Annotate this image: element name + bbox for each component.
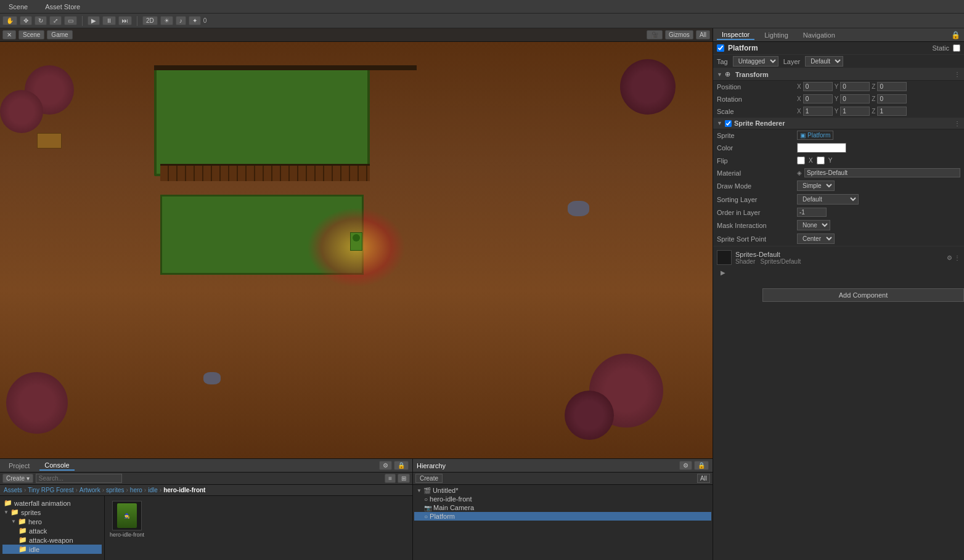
breadcrumb-idle[interactable]: idle (148, 487, 158, 493)
h-platform[interactable]: ○ Platform (414, 512, 711, 521)
tab-asset-store[interactable]: Asset Store (40, 2, 85, 12)
all-scene-btn[interactable]: All (696, 30, 710, 39)
breadcrumb-sprites[interactable]: sprites (106, 487, 124, 493)
tag-dropdown[interactable]: Untagged (733, 56, 778, 67)
transform-menu[interactable]: ⋮ (954, 71, 960, 78)
hierarchy-settings-btn[interactable]: ⚙ (679, 461, 692, 470)
tree-attack[interactable]: 📁 attack (2, 526, 102, 535)
flip-y-checkbox[interactable] (817, 156, 825, 164)
material-label: Material (717, 169, 797, 177)
object-name: Platform (728, 44, 928, 52)
h-main-camera[interactable]: 📷 Main Camera (414, 503, 711, 512)
flip-values: X Y (797, 156, 960, 164)
asset-item-1[interactable]: 🧙 hero-idle-front (110, 501, 144, 538)
flip-x-checkbox[interactable] (797, 156, 805, 164)
tab-navigation[interactable]: Navigation (798, 31, 840, 39)
sprite-sort-dropdown[interactable]: Center (797, 233, 835, 244)
project-search[interactable] (36, 474, 122, 483)
breadcrumb-hero[interactable]: hero (130, 487, 142, 493)
step-btn[interactable]: ⏭ (118, 16, 132, 25)
tree-idle[interactable]: 📁 idle (2, 545, 102, 554)
effects-btn[interactable]: ✦ (189, 16, 201, 25)
hierarchy-create-btn[interactable]: Create (415, 474, 443, 483)
lock-icon[interactable]: 🔒 (951, 31, 960, 39)
breadcrumb-artwork[interactable]: Artwork (80, 487, 100, 493)
flip-label: Flip (717, 157, 797, 164)
tab-console[interactable]: Console (39, 461, 74, 471)
tab-scene[interactable]: Scene (4, 2, 33, 12)
project-filter-btn[interactable]: ≡ (385, 474, 396, 483)
rot-z-field[interactable] (877, 94, 907, 103)
breadcrumb-assets[interactable]: Assets (4, 487, 22, 493)
hierarchy-all-btn[interactable]: All (697, 474, 710, 483)
sprites-settings-icon[interactable]: ⚙ (947, 254, 952, 261)
create-asset-btn[interactable]: Create ▾ (2, 474, 33, 483)
play-btn[interactable]: ▶ (88, 16, 100, 25)
static-checkbox[interactable] (953, 44, 960, 52)
layer-dropdown[interactable]: Default (805, 56, 843, 67)
project-lock-btn[interactable]: 🔒 (394, 461, 409, 470)
project-settings-btn[interactable]: ⚙ (379, 461, 392, 470)
sprite-renderer-menu[interactable]: ⋮ (954, 120, 960, 127)
scale-row: Scale X Y Z (713, 105, 964, 118)
draw-mode-dropdown[interactable]: Simple (797, 181, 835, 191)
light-btn[interactable]: ☀ (160, 16, 173, 25)
tab-lighting[interactable]: Lighting (759, 31, 793, 39)
transform-icons: ⋮ (954, 71, 960, 78)
scene-game-tab[interactable]: Game (47, 30, 72, 39)
scale-y-field[interactable] (840, 107, 870, 116)
object-active-checkbox[interactable] (717, 44, 724, 52)
scale-tool-btn[interactable]: ⤢ (49, 16, 62, 25)
position-values: X Y Z (797, 82, 960, 91)
add-component-btn[interactable]: Add Component (762, 288, 964, 302)
tab-inspector[interactable]: Inspector (717, 30, 754, 40)
rot-y-field[interactable] (840, 94, 870, 103)
rot-x-field[interactable] (803, 94, 833, 103)
tree-waterfall[interactable]: 📁 waterfall animation (2, 498, 102, 508)
pos-y-field[interactable] (840, 82, 870, 91)
h-hero-idle[interactable]: ○ hero-idle-front (414, 495, 711, 503)
pause-btn[interactable]: ⏸ (102, 16, 116, 25)
h-untitled[interactable]: ▼ 🎬 Untitled* (414, 486, 711, 495)
mask-interaction-row: Mask Interaction None (713, 219, 964, 232)
mask-interaction-dropdown[interactable]: None (797, 220, 830, 230)
pos-x-field[interactable] (803, 82, 833, 91)
tree-hero[interactable]: ▼ 📁 hero (2, 517, 102, 526)
color-swatch[interactable] (797, 143, 846, 153)
hierarchy-lock-btn[interactable]: 🔒 (694, 461, 709, 470)
rotate-tool-btn[interactable]: ↻ (35, 16, 47, 25)
scale-z-label: Z (872, 108, 875, 115)
material-value: Sprites-Default (804, 168, 960, 177)
move-tool-btn[interactable]: ✥ (20, 16, 32, 25)
order-in-layer-field[interactable] (797, 208, 827, 217)
sprite-renderer-icons: ⋮ (954, 120, 960, 127)
project-view-btn[interactable]: ⊞ (398, 474, 410, 483)
pos-z-field[interactable] (877, 82, 907, 91)
sprite-renderer-checkbox[interactable] (725, 120, 732, 127)
sprite-renderer-header[interactable]: ▼ Sprite Renderer ⋮ (713, 118, 964, 129)
tree-sprites[interactable]: ▼ 📁 sprites (2, 508, 102, 517)
2d-btn[interactable]: 2D (142, 16, 158, 25)
camera-icon-btn[interactable]: 🎥 (647, 30, 663, 39)
sprite-ref[interactable]: ▣ Platform (797, 131, 833, 140)
tab-project[interactable]: Project (4, 461, 35, 470)
breadcrumb-tiny[interactable]: Tiny RPG Forest (28, 487, 73, 493)
audio-btn[interactable]: ♪ (176, 16, 186, 25)
sprites-menu-icon[interactable]: ⋮ (954, 254, 960, 261)
sorting-layer-row: Sorting Layer Default (713, 193, 964, 206)
gizmos-btn[interactable]: Gizmos (665, 30, 693, 39)
transform-header[interactable]: ▼ ⊕ Transform ⋮ (713, 68, 964, 81)
sprites-expand[interactable]: ▶ (717, 269, 960, 276)
scene-scene-tab[interactable]: Scene (18, 30, 44, 39)
tree-attack-weapon[interactable]: 📁 attack-weapon (2, 535, 102, 545)
sorting-layer-dropdown[interactable]: Default (797, 194, 859, 205)
hand-tool-btn[interactable]: ✋ (2, 16, 17, 25)
hierarchy-title: Hierarchy (417, 462, 446, 469)
scale-z-field[interactable] (877, 107, 907, 116)
pos-z-label: Z (872, 83, 875, 90)
rect-tool-btn[interactable]: ▭ (64, 16, 77, 25)
scale-x-field[interactable] (803, 107, 833, 116)
close-scene-btn[interactable]: ✕ (2, 30, 16, 39)
sprites-name: Sprites-Default (735, 251, 943, 258)
transform-arrow: ▼ (717, 71, 722, 78)
